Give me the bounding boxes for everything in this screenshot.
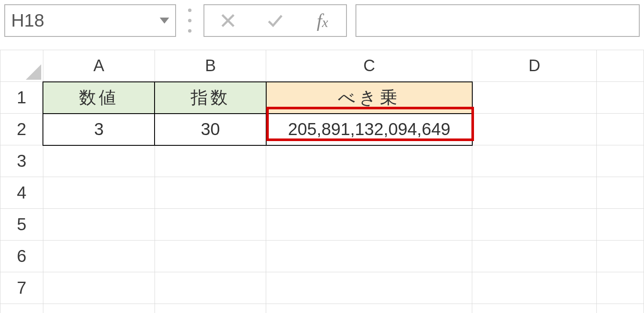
cell[interactable]	[43, 272, 155, 304]
insert-function-button[interactable]: fx	[299, 5, 346, 36]
cell-C1[interactable]: べき乗	[266, 82, 472, 114]
cell[interactable]	[597, 82, 644, 114]
cell[interactable]	[472, 272, 597, 304]
cell[interactable]	[155, 272, 266, 304]
column-header[interactable]	[597, 50, 644, 82]
cell[interactable]	[155, 209, 266, 241]
cell[interactable]	[472, 304, 597, 313]
cell-D2[interactable]	[472, 114, 597, 145]
cell-B2[interactable]: 30	[155, 114, 266, 145]
enter-button[interactable]	[252, 5, 299, 36]
cell[interactable]	[266, 177, 472, 209]
cell[interactable]	[597, 304, 644, 313]
cell[interactable]	[155, 304, 266, 313]
cell[interactable]	[472, 145, 597, 177]
row-header[interactable]: 2	[0, 114, 43, 145]
cell[interactable]	[155, 177, 266, 209]
name-box-value: H18	[11, 10, 44, 31]
cell[interactable]	[597, 209, 644, 241]
cell[interactable]	[597, 241, 644, 272]
row-header[interactable]: 4	[0, 177, 43, 209]
fx-icon: fx	[317, 10, 328, 32]
x-icon	[219, 12, 237, 29]
row-header[interactable]: 8	[0, 304, 43, 313]
formula-bar-divider-icon	[185, 7, 195, 34]
cell[interactable]	[43, 209, 155, 241]
cancel-button[interactable]	[204, 5, 252, 36]
row-header[interactable]: 3	[0, 145, 43, 177]
cell[interactable]	[597, 145, 644, 177]
cell-B1[interactable]: 指数	[155, 82, 266, 114]
name-box-dropdown-icon[interactable]	[160, 18, 169, 24]
formula-bar-buttons: fx	[204, 4, 347, 37]
cell-A1[interactable]: 数値	[43, 82, 155, 114]
cell[interactable]	[597, 177, 644, 209]
cell[interactable]	[43, 304, 155, 313]
cell[interactable]	[266, 304, 472, 313]
cell[interactable]	[266, 241, 472, 272]
formula-bar: H18 fx	[0, 0, 644, 41]
name-box[interactable]: H18	[4, 4, 176, 37]
cell[interactable]	[43, 145, 155, 177]
cell[interactable]	[266, 145, 472, 177]
column-header[interactable]: B	[155, 50, 266, 82]
column-header[interactable]: A	[43, 50, 155, 82]
formula-input[interactable]	[355, 4, 640, 37]
cell[interactable]	[155, 241, 266, 272]
cell-A2[interactable]: 3	[43, 114, 155, 145]
cell-C2[interactable]: 205,891,132,094,649	[266, 114, 472, 145]
cell[interactable]	[266, 209, 472, 241]
column-header[interactable]: D	[472, 50, 597, 82]
cell[interactable]	[597, 272, 644, 304]
check-icon	[267, 12, 284, 29]
cell-D1[interactable]	[472, 82, 597, 114]
cell[interactable]	[472, 177, 597, 209]
row-header[interactable]: 7	[0, 272, 43, 304]
cell[interactable]	[43, 241, 155, 272]
spreadsheet-grid: A B C D 1 数値 指数 べき乗 2 3 30 205,891,132,0…	[0, 50, 644, 313]
row-header[interactable]: 5	[0, 209, 43, 241]
column-header[interactable]: C	[266, 50, 472, 82]
cell[interactable]	[597, 114, 644, 145]
cell[interactable]	[472, 209, 597, 241]
cell[interactable]	[266, 272, 472, 304]
cell[interactable]	[43, 177, 155, 209]
row-header[interactable]: 1	[0, 82, 43, 114]
select-all-corner[interactable]	[0, 50, 43, 82]
cell[interactable]	[472, 241, 597, 272]
row-header[interactable]: 6	[0, 241, 43, 272]
cell[interactable]	[155, 145, 266, 177]
